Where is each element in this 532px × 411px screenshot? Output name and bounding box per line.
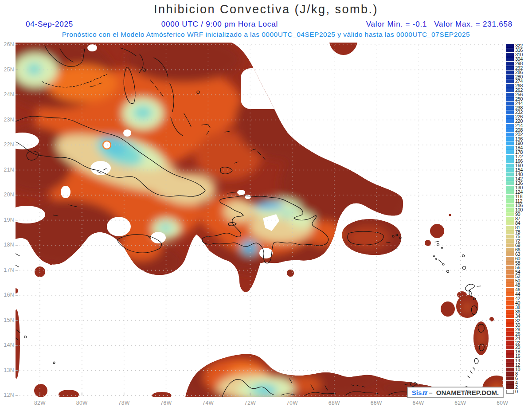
colorbar-swatch [506,84,514,88]
colorbar-swatch [506,48,514,52]
lon-tick-label: 70W [285,400,300,406]
colorbar-swatch [506,79,514,83]
colorbar-swatch [506,168,514,172]
colorbar-swatch [506,239,514,243]
lat-tick-label: 24N [1,91,14,98]
lat-tick-label: 15N [1,317,14,323]
colorbar-swatch [506,181,514,185]
colorbar-swatch [506,354,514,358]
colorbar-swatch [506,221,514,225]
colorbar-swatch [506,372,514,376]
lon-tick-label: 62W [453,400,468,406]
colorbar-swatch [506,288,514,292]
colorbar-swatch [506,62,514,66]
page-title: Inhibicion Convectiva (J/kg, somb.) [0,3,532,16]
colorbar-swatch [506,279,514,283]
colorbar-level: 4 [506,381,532,385]
colorbar-swatch [506,332,514,336]
colorbar-swatch [506,137,514,141]
lat-tick-label: 19N [1,217,14,223]
colorbar-swatch [506,235,514,239]
colorbar-swatch [506,146,514,150]
colorbar-swatch [506,341,514,345]
colorbar-swatch [506,159,514,163]
colorbar-swatch [506,337,514,341]
colorbar-swatch [506,283,514,287]
colorbar-swatch [506,124,514,128]
colorbar-swatch [506,350,514,354]
colorbar-swatch [506,44,514,48]
forecast-time: 0000 UTC / 9:00 pm Hora Local [161,20,278,29]
colorbar-swatch [506,230,514,234]
lat-tick-label: 22N [1,141,14,148]
colorbar-swatch [506,363,514,367]
colorbar-swatch [506,385,514,389]
colorbar-swatch [506,266,514,270]
colorbar-swatch [506,301,514,305]
colorbar-swatch [506,292,514,296]
colorbar-swatch [506,226,514,230]
colorbar-swatch [506,97,514,101]
colorbar-legend: 3223163103042982922862802742682622562502… [506,44,532,394]
colorbar-level: 6 [506,376,532,381]
colorbar-swatch [506,297,514,301]
colorbar-swatch [506,243,514,247]
colorbar-swatch [506,261,514,265]
colorbar-swatch [506,177,514,181]
lat-tick-label: 26N [1,41,14,47]
lon-tick-label: 68W [327,400,342,406]
lon-tick-label: 66W [369,400,384,406]
value-max-label: Valor Max. = 231.658 [434,20,512,29]
colorbar-swatch [506,328,514,332]
colorbar-level: 10 [506,368,532,372]
branding-prefix: Sis [412,389,422,396]
colorbar-swatch [506,110,514,114]
lat-tick-label: 20N [1,192,14,198]
lon-tick-label: 76W [159,400,174,406]
colorbar-swatch [506,314,514,318]
branding-box: Sisπ – ONAMET/REP.DOM. [407,387,504,398]
colorbar-swatch [506,368,514,372]
lat-tick-label: 12N [1,392,14,398]
colorbar-swatch [506,133,514,137]
colorbar-swatch [506,88,514,92]
colorbar-swatch [506,172,514,176]
lon-tick-label: 64W [411,400,426,406]
colorbar-swatch [506,128,514,132]
colorbar-swatch [506,212,514,216]
colorbar-swatch [506,75,514,79]
colorbar-swatch [506,119,514,123]
colorbar-swatch [506,106,514,110]
value-min-label: Valor Min. = -0.1 [366,20,427,29]
colorbar-swatch [506,257,514,261]
colorbar-swatch [506,93,514,97]
colorbar-swatch [506,270,514,274]
lon-tick-label: 82W [32,400,47,406]
colorbar-swatch [506,248,514,252]
colorbar-swatch [506,381,514,385]
colorbar-swatch [506,186,514,190]
lat-tick-label: 18N [1,242,14,248]
colorbar-swatch [506,141,514,145]
colorbar-swatch [506,195,514,199]
colorbar-swatch [506,376,514,380]
branding-suffix: – ONAMET/REP.DOM. [427,389,499,396]
lat-tick-label: 13N [1,367,14,373]
colorbar-level: 2 [506,385,532,390]
lat-tick-label: 14N [1,342,14,348]
colorbar-swatch [506,53,514,57]
map-canvas [16,43,503,397]
lat-tick-label: 21N [1,167,14,173]
colorbar-swatch [506,217,514,221]
colorbar-swatch [506,310,514,314]
colorbar-value-label: 0 [515,390,518,394]
lon-tick-label: 78W [117,400,132,406]
colorbar-swatch [506,323,514,327]
colorbar-swatch [506,274,514,278]
colorbar-swatch [506,115,514,119]
colorbar-swatch [506,150,514,154]
colorbar-swatch [506,305,514,309]
colorbar-swatch [506,199,514,203]
forecast-description: Pronóstico con el Modelo Atmósferico WRF… [0,31,532,39]
lon-tick-label: 72W [243,400,258,406]
